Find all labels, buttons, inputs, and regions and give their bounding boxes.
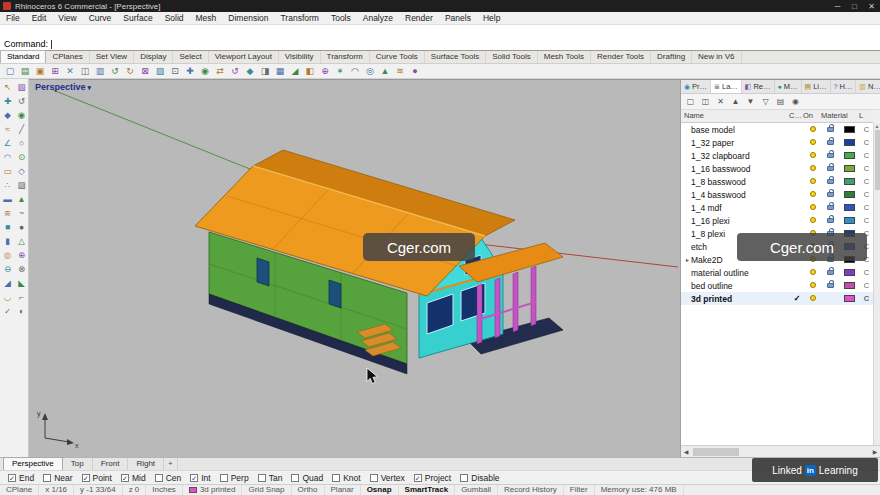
join-icon[interactable]: ⊕ <box>318 65 332 78</box>
layer-row[interactable]: 3d printed✓C <box>681 292 873 305</box>
layer-current-check[interactable] <box>790 123 804 137</box>
toolbar-tab-display[interactable]: Display <box>134 51 173 63</box>
toolbar-tab-standard[interactable]: Standard <box>0 50 46 63</box>
status-toggle-smarttrack[interactable]: SmartTrack <box>399 485 456 495</box>
vertical-scrollbar[interactable]: ▲ <box>873 123 880 445</box>
pan-icon[interactable]: ✚ <box>183 65 197 78</box>
wall-window[interactable] <box>329 280 341 308</box>
circle-tool-icon[interactable]: ○ <box>15 137 28 150</box>
osnap-disable[interactable]: Disable <box>460 473 499 483</box>
osnap-end[interactable]: ✓End <box>8 473 34 483</box>
layer-current-check[interactable] <box>790 149 804 163</box>
scrollbar-thumb[interactable] <box>875 130 880 190</box>
panel-tab-libraries[interactable]: ▤Li… <box>802 80 831 93</box>
layer-lock-toggle[interactable] <box>822 175 838 189</box>
rectangle-tool-icon[interactable]: ▭ <box>1 165 14 178</box>
horizontal-scrollbar[interactable]: ◀ ▶ <box>681 445 880 457</box>
layer-row[interactable]: 1_16 basswoodC <box>681 162 873 175</box>
viewport-title-label[interactable]: Perspective <box>35 82 86 92</box>
viewport-tab-top[interactable]: Top <box>63 458 93 470</box>
trim-icon[interactable]: ◢ <box>288 65 302 78</box>
layer-material-swatch[interactable] <box>838 175 860 189</box>
panel-tab-layers[interactable]: ≣La… <box>711 80 742 93</box>
new-viewport-tab[interactable]: + <box>164 458 178 470</box>
polyline-tool-icon[interactable]: ∠ <box>1 137 14 150</box>
panel-tab-properties[interactable]: ◉Pr… <box>681 80 711 93</box>
layer-on-toggle[interactable] <box>804 175 822 189</box>
layer-column-header[interactable]: Material <box>821 110 859 122</box>
osnap-quad[interactable]: Quad <box>291 473 323 483</box>
rotate-tool-icon[interactable]: ↺ <box>15 95 28 108</box>
layer-lock-toggle[interactable] <box>822 292 838 306</box>
layer-current-check[interactable] <box>790 266 804 280</box>
layer-current-check[interactable]: ✓ <box>790 292 804 306</box>
array-icon[interactable]: ▦ <box>273 65 287 78</box>
menu-item-view[interactable]: View <box>52 12 82 25</box>
menu-item-file[interactable]: File <box>0 12 26 25</box>
toolbar-tab-render-tools[interactable]: Render Tools <box>591 51 651 63</box>
surface-tool-icon[interactable]: ▨ <box>15 179 28 192</box>
layer-material-swatch[interactable] <box>838 188 860 202</box>
paste-icon[interactable]: ▥ <box>93 65 107 78</box>
layer-row[interactable]: 1_32 clapboardC <box>681 149 873 162</box>
scroll-left-icon[interactable]: ◀ <box>681 448 691 455</box>
delete-icon[interactable]: ⊠ <box>138 65 152 78</box>
fillet-icon[interactable]: ◠ <box>348 65 362 78</box>
wall-window[interactable] <box>257 258 269 286</box>
menu-item-edit[interactable]: Edit <box>26 12 53 25</box>
save-icon[interactable]: ▣ <box>33 65 47 78</box>
layer-lock-toggle[interactable] <box>822 214 838 228</box>
layer-material-swatch[interactable] <box>838 201 860 215</box>
rotate-icon[interactable]: ↺ <box>228 65 242 78</box>
print-icon[interactable]: ⊞ <box>48 65 62 78</box>
status-toggle-ortho[interactable]: Ortho <box>292 485 325 495</box>
layer-row[interactable]: 1_32 paperC <box>681 136 873 149</box>
status-toggle-gumball[interactable]: Gumball <box>455 485 498 495</box>
layer-on-toggle[interactable] <box>804 188 822 202</box>
menu-item-curve[interactable]: Curve <box>83 12 118 25</box>
house-model[interactable] <box>195 150 563 374</box>
layer-material-swatch[interactable] <box>838 123 860 137</box>
layer-lock-toggle[interactable] <box>822 201 838 215</box>
toolbar-tab-new-in-v6[interactable]: New in V6 <box>692 51 741 63</box>
pointer-icon[interactable]: ↖ <box>1 81 14 94</box>
filter-icon[interactable]: ▽ <box>759 96 772 108</box>
loft-icon[interactable]: ≋ <box>393 65 407 78</box>
selection-filter-icon[interactable]: ▧ <box>15 81 28 94</box>
sweep-tool-icon[interactable]: ~ <box>15 207 28 220</box>
osnap-near[interactable]: Near <box>43 473 72 483</box>
layer-on-toggle[interactable] <box>804 279 822 293</box>
porch-post[interactable] <box>495 278 500 338</box>
new-file-icon[interactable]: ▢ <box>3 65 17 78</box>
layer-row[interactable]: 1_8 basswoodC <box>681 175 873 188</box>
layer-on-toggle[interactable] <box>804 123 822 137</box>
analyze-tool-icon[interactable]: ✓ <box>1 305 14 318</box>
line-tool-icon[interactable]: ╱ <box>15 123 28 136</box>
rotate-view-icon[interactable]: ◉ <box>198 65 212 78</box>
redo-icon[interactable]: ↻ <box>123 65 137 78</box>
scale-icon[interactable]: ◆ <box>243 65 257 78</box>
menu-item-surface[interactable]: Surface <box>117 12 158 25</box>
cplane-button[interactable]: CPlane <box>0 485 39 495</box>
layer-current-check[interactable] <box>790 175 804 189</box>
toolbar-tab-viewport-layout[interactable]: Viewport Layout <box>209 51 279 63</box>
osnap-vertex[interactable]: Vertex <box>370 473 405 483</box>
osnap-project[interactable]: ✓Project <box>414 473 451 483</box>
osnap-mid[interactable]: ✓Mid <box>121 473 146 483</box>
layer-row[interactable]: 1_4 basswoodC <box>681 188 873 201</box>
status-toggle-filter[interactable]: Filter <box>564 485 595 495</box>
toolbar-tab-drafting[interactable]: Drafting <box>651 51 692 63</box>
layer-column-header[interactable]: On <box>803 110 821 122</box>
viewport-tab-right[interactable]: Right <box>128 458 164 470</box>
maximize-button[interactable]: □ <box>846 2 863 11</box>
layer-current-check[interactable] <box>790 136 804 150</box>
menu-item-mesh[interactable]: Mesh <box>190 12 223 25</box>
viewport-title[interactable]: Perspective▾ <box>35 82 91 92</box>
osnap-knot[interactable]: Knot <box>332 473 361 483</box>
arc-tool-icon[interactable]: ◠ <box>1 151 14 164</box>
layer-lock-toggle[interactable] <box>822 188 838 202</box>
boolean-intersect-icon[interactable]: ⊗ <box>15 263 28 276</box>
layer-on-toggle[interactable] <box>804 292 822 306</box>
plane-tool-icon[interactable]: ▬ <box>1 193 14 206</box>
copy-icon[interactable]: ◫ <box>78 65 92 78</box>
